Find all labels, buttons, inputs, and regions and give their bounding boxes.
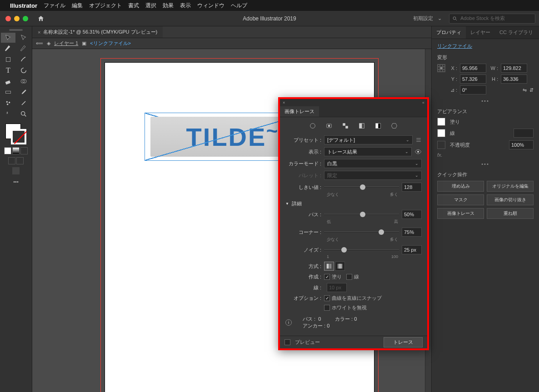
symbol-sprayer-tool[interactable] bbox=[1, 98, 15, 108]
tab-properties[interactable]: プロパティ bbox=[432, 26, 466, 39]
home-icon[interactable] bbox=[37, 15, 45, 22]
threshold-input[interactable]: 128 bbox=[402, 183, 422, 192]
noise-slider[interactable] bbox=[324, 246, 399, 253]
method-abutting-icon[interactable] bbox=[324, 262, 334, 271]
layer-name[interactable]: レイヤー 1 bbox=[54, 40, 78, 47]
corner-input[interactable]: 75% bbox=[402, 228, 422, 237]
menu-effect[interactable]: 効果 bbox=[163, 2, 174, 10]
linked-file-label[interactable]: <リンクファイル> bbox=[90, 40, 131, 47]
crop-image-button[interactable]: 画像の切り抜き bbox=[487, 194, 534, 205]
preview-checkbox[interactable] bbox=[284, 339, 290, 345]
gradient-tool[interactable] bbox=[1, 87, 15, 97]
rotate-tool[interactable] bbox=[16, 65, 31, 75]
view-select[interactable]: トレース結果⌄ bbox=[324, 147, 412, 156]
menu-object[interactable]: オブジェクト bbox=[89, 2, 122, 10]
trace-button[interactable]: トレース bbox=[384, 337, 423, 347]
menu-help[interactable]: ヘルプ bbox=[231, 2, 247, 10]
stock-search[interactable]: Adobe Stock を検索 bbox=[449, 14, 535, 24]
back-arrow-icon[interactable]: ⟸ bbox=[36, 40, 43, 46]
workspace-preset[interactable]: 初期設定 ⌄ bbox=[413, 15, 444, 22]
flip-h-icon[interactable]: ⇋ bbox=[523, 87, 527, 93]
menu-window[interactable]: ウィンドウ bbox=[197, 2, 225, 10]
shape-builder-tool[interactable] bbox=[16, 76, 31, 86]
view-eye-icon[interactable] bbox=[414, 148, 422, 155]
pen-tool[interactable] bbox=[1, 44, 15, 54]
close-panel-icon[interactable]: × bbox=[283, 100, 285, 105]
menu-type[interactable]: 書式 bbox=[128, 2, 139, 10]
draw-behind-icon[interactable] bbox=[16, 157, 24, 164]
slice-tool[interactable] bbox=[16, 98, 31, 108]
menu-select[interactable]: 選択 bbox=[145, 2, 156, 10]
curvature-tool[interactable] bbox=[16, 44, 31, 54]
eyedropper-tool[interactable] bbox=[16, 87, 31, 97]
edit-toolbar-icon[interactable]: ••• bbox=[13, 179, 19, 184]
app-name[interactable]: Illustrator bbox=[10, 2, 37, 9]
y-input[interactable]: 57.326 bbox=[460, 74, 486, 84]
ignore-white-checkbox[interactable] bbox=[324, 305, 330, 311]
detail-section-header[interactable]: ▼ 詳細 bbox=[285, 200, 422, 207]
threshold-slider[interactable] bbox=[324, 184, 399, 191]
path-input[interactable]: 50% bbox=[402, 210, 422, 219]
close-tab-icon[interactable]: × bbox=[38, 30, 40, 35]
reference-point-icon[interactable] bbox=[437, 64, 445, 72]
panel-titlebar[interactable]: × « bbox=[280, 99, 427, 106]
toolbox-drag-handle[interactable] bbox=[9, 29, 23, 31]
grayscale-preset-icon[interactable] bbox=[358, 122, 366, 130]
color-mode-none[interactable] bbox=[20, 147, 28, 154]
auto-color-preset-icon[interactable] bbox=[309, 122, 317, 130]
more-options-icon-2[interactable]: ••• bbox=[437, 161, 534, 167]
low-color-preset-icon[interactable] bbox=[341, 122, 349, 130]
rectangle-tool[interactable] bbox=[1, 55, 15, 65]
eraser-tool[interactable] bbox=[1, 76, 15, 86]
create-stroke-checkbox[interactable] bbox=[346, 274, 352, 280]
snap-curves-checkbox[interactable] bbox=[324, 295, 330, 301]
zoom-window-icon[interactable] bbox=[23, 16, 28, 21]
flip-v-icon[interactable]: ⇵ bbox=[529, 87, 534, 93]
fill-swatch-small[interactable] bbox=[437, 118, 445, 126]
w-input[interactable]: 129.822 bbox=[501, 64, 527, 73]
color-mode-solid[interactable] bbox=[4, 147, 11, 154]
selection-tool[interactable] bbox=[1, 33, 15, 43]
close-window-icon[interactable] bbox=[5, 16, 11, 21]
high-color-preset-icon[interactable] bbox=[325, 122, 333, 130]
x-input[interactable]: 95.956 bbox=[460, 64, 486, 73]
outline-preset-icon[interactable] bbox=[390, 122, 399, 130]
more-options-icon[interactable]: ••• bbox=[437, 98, 534, 104]
path-slider[interactable] bbox=[324, 211, 399, 218]
menu-file[interactable]: ファイル bbox=[44, 2, 65, 10]
hand-tool[interactable] bbox=[1, 109, 15, 119]
collapse-panel-icon[interactable]: « bbox=[422, 100, 424, 105]
h-input[interactable]: 36.336 bbox=[501, 74, 527, 84]
link-file-label[interactable]: リンクファイル bbox=[437, 43, 534, 50]
angle-input[interactable]: 0° bbox=[460, 85, 486, 94]
stroke-swatch-small[interactable] bbox=[437, 129, 445, 137]
method-overlapping-icon[interactable] bbox=[335, 262, 345, 271]
fx-icon[interactable]: fx. bbox=[437, 152, 534, 158]
color-mode-select[interactable]: 白黒⌄ bbox=[324, 159, 422, 168]
document-tab[interactable]: × 名称未設定-1* @ 56.31% (CMYK/GPU プレビュー) bbox=[32, 26, 163, 38]
opacity-swatch[interactable] bbox=[437, 141, 445, 149]
create-fill-checkbox[interactable] bbox=[324, 274, 330, 280]
embed-button[interactable]: 埋め込み bbox=[437, 181, 484, 192]
stroke-width-input[interactable] bbox=[514, 129, 534, 138]
direct-selection-tool[interactable] bbox=[16, 33, 31, 43]
corner-slider[interactable] bbox=[324, 228, 399, 236]
image-trace-button[interactable]: 画像トレース bbox=[437, 208, 484, 219]
menu-view[interactable]: 表示 bbox=[180, 2, 191, 10]
preset-select[interactable]: [デフォルト]⌄ bbox=[324, 135, 413, 144]
screen-mode-icon[interactable] bbox=[12, 167, 20, 174]
tab-cc-libraries[interactable]: CC ライブラリ bbox=[495, 26, 538, 39]
fill-stroke-swatch[interactable] bbox=[5, 123, 27, 145]
preset-menu-icon[interactable] bbox=[415, 137, 422, 143]
opacity-input[interactable]: 100% bbox=[509, 140, 534, 149]
noise-input[interactable]: 25 px bbox=[402, 245, 422, 254]
minimize-window-icon[interactable] bbox=[14, 16, 20, 21]
mask-button[interactable]: マスク bbox=[437, 194, 484, 205]
tab-layers[interactable]: レイヤー bbox=[466, 26, 495, 39]
arrange-button[interactable]: 重ね順 bbox=[487, 208, 534, 219]
stroke-swatch[interactable] bbox=[11, 129, 26, 144]
type-tool[interactable]: T bbox=[1, 65, 15, 75]
draw-normal-icon[interactable] bbox=[8, 157, 15, 164]
color-mode-gradient[interactable] bbox=[12, 147, 20, 154]
info-icon[interactable]: i bbox=[285, 319, 292, 326]
